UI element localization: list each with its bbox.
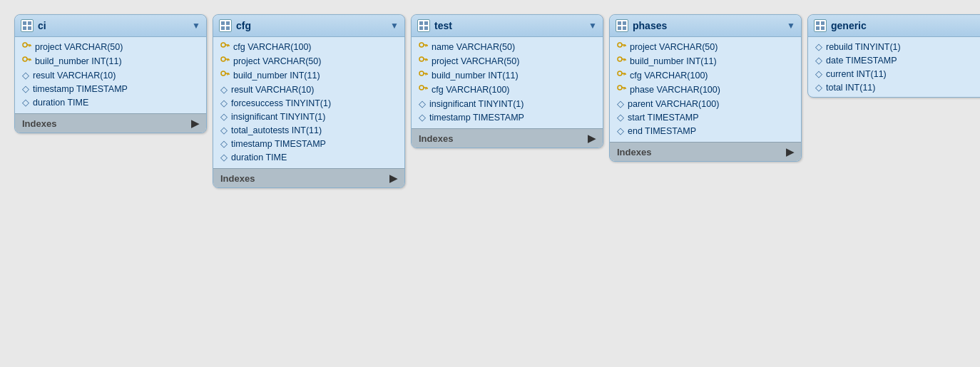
field-row: cfg VARCHAR(100) <box>412 83 603 97</box>
field-row: ◇timestamp TIMESTAMP <box>412 110 603 124</box>
table-dropdown-cfg[interactable]: ▼ <box>390 21 399 31</box>
field-row: ◇total INT(11) <box>808 81 980 94</box>
field-name: project VARCHAR(50) <box>35 42 123 52</box>
field-row: ◇total_autotests INT(11) <box>213 123 404 137</box>
indexes-label: Indexes <box>617 147 651 157</box>
field-name: build_number INT(11) <box>432 71 519 81</box>
table-title-generic: generic <box>831 20 867 31</box>
field-name: build_number INT(11) <box>630 56 717 66</box>
svg-point-8 <box>23 57 27 61</box>
field-name: current INT(11) <box>826 69 887 79</box>
svg-point-24 <box>221 71 225 76</box>
indexes-bar-phases[interactable]: Indexes▶ <box>610 142 801 161</box>
field-name: project VARCHAR(50) <box>233 56 321 66</box>
field-row: ◇parent VARCHAR(100) <box>610 97 801 110</box>
field-row: build_number INT(11) <box>213 68 404 83</box>
indexes-arrow-icon: ▶ <box>786 146 794 157</box>
field-name: result VARCHAR(10) <box>231 85 314 95</box>
table-grid-icon-test <box>417 19 430 32</box>
table-card-phases: phases▼ project VARCHAR(50) build_number… <box>609 14 802 162</box>
indexes-bar-test[interactable]: Indexes▶ <box>412 128 603 148</box>
pk-icon <box>22 56 31 67</box>
table-card-generic: generic▼◇rebuild TINYINT(1)◇date TIMESTA… <box>807 14 980 98</box>
fk-icon: ◇ <box>815 55 822 66</box>
table-dropdown-test[interactable]: ▼ <box>588 21 597 31</box>
field-name: cfg VARCHAR(100) <box>233 42 312 52</box>
indexes-arrow-icon: ▶ <box>191 118 199 129</box>
fk-icon: ◇ <box>617 112 624 123</box>
field-row: ◇duration TIME <box>213 150 404 164</box>
svg-point-64 <box>618 86 622 90</box>
field-row: project VARCHAR(50) <box>15 40 206 54</box>
table-grid-icon-generic <box>814 19 827 32</box>
field-name: project VARCHAR(50) <box>432 56 519 66</box>
field-row: ◇date TIMESTAMP <box>808 53 980 67</box>
svg-rect-0 <box>23 21 26 25</box>
table-title-ci: ci <box>38 20 46 31</box>
field-name: end TIMESTAMP <box>628 126 696 136</box>
svg-rect-12 <box>221 21 225 25</box>
fk-icon: ◇ <box>419 112 426 123</box>
field-row: build_number INT(11) <box>412 68 603 83</box>
pk-icon <box>419 70 428 81</box>
svg-rect-30 <box>419 26 423 30</box>
table-body-phases: project VARCHAR(50) build_number INT(11)… <box>610 37 801 140</box>
fk-icon: ◇ <box>22 83 29 94</box>
indexes-arrow-icon: ▶ <box>389 172 397 184</box>
indexes-bar-cfg[interactable]: Indexes▶ <box>213 168 404 187</box>
field-row: ◇timestamp TIMESTAMP <box>213 137 404 150</box>
pk-icon <box>617 41 626 53</box>
table-header-ci: ci▼ <box>15 15 206 37</box>
field-name: start TIMESTAMP <box>628 113 699 123</box>
indexes-label: Indexes <box>220 173 255 184</box>
svg-rect-2 <box>23 26 26 30</box>
field-name: insignificant TINYINT(1) <box>231 112 325 122</box>
svg-point-52 <box>618 43 622 47</box>
fk-icon: ◇ <box>220 111 228 122</box>
table-header-cfg: cfg▼ <box>213 15 404 37</box>
field-row: build_number INT(11) <box>610 54 801 68</box>
table-body-generic: ◇rebuild TINYINT(1)◇date TIMESTAMP◇curre… <box>808 37 980 97</box>
table-title-cfg: cfg <box>236 20 251 31</box>
field-row: ◇insignificant TINYINT(1) <box>412 97 603 110</box>
field-row: build_number INT(11) <box>15 54 206 68</box>
table-header-left-test: test <box>417 19 452 32</box>
svg-rect-69 <box>821 21 825 25</box>
table-card-cfg: cfg▼ cfg VARCHAR(100) project VARCHAR(50… <box>213 14 405 188</box>
field-name: parent VARCHAR(100) <box>628 99 719 109</box>
pk-icon <box>220 70 230 81</box>
fk-icon: ◇ <box>220 98 228 108</box>
field-name: cfg VARCHAR(100) <box>432 85 510 95</box>
pk-icon <box>617 70 626 81</box>
svg-rect-50 <box>618 26 621 30</box>
table-dropdown-phases[interactable]: ▼ <box>787 21 795 31</box>
pk-icon <box>419 84 428 95</box>
field-row: ◇insignificant TINYINT(1) <box>213 110 404 123</box>
indexes-label: Indexes <box>22 118 56 129</box>
fk-icon: ◇ <box>220 138 228 149</box>
fk-icon: ◇ <box>220 125 228 135</box>
table-card-ci: ci▼ project VARCHAR(50) build_number INT… <box>14 14 207 133</box>
svg-rect-29 <box>424 21 428 25</box>
pk-icon <box>419 56 428 67</box>
svg-rect-71 <box>821 26 825 30</box>
field-row: phase VARCHAR(100) <box>610 83 801 97</box>
fk-icon: ◇ <box>815 68 822 79</box>
fk-icon: ◇ <box>220 152 228 162</box>
table-header-left-generic: generic <box>814 19 867 32</box>
table-header-left-phases: phases <box>616 19 667 32</box>
svg-point-4 <box>23 43 27 47</box>
field-row: project VARCHAR(50) <box>213 54 404 68</box>
field-row: ◇duration TIME <box>15 95 206 109</box>
fk-icon: ◇ <box>419 98 426 109</box>
field-row: project VARCHAR(50) <box>412 54 603 68</box>
indexes-bar-ci[interactable]: Indexes▶ <box>15 113 206 133</box>
table-grid-icon-phases <box>616 19 628 32</box>
table-dropdown-ci[interactable]: ▼ <box>192 21 200 31</box>
fk-icon: ◇ <box>617 125 624 136</box>
field-row: cfg VARCHAR(100) <box>213 40 404 54</box>
field-name: total INT(11) <box>826 83 875 93</box>
svg-rect-51 <box>623 26 626 30</box>
table-body-ci: project VARCHAR(50) build_number INT(11)… <box>15 37 206 112</box>
field-row: ◇result VARCHAR(10) <box>213 83 404 96</box>
